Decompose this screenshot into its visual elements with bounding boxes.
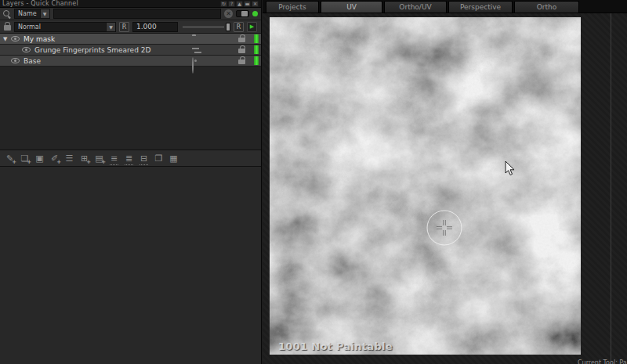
- layer-row-my-mask[interactable]: ▼ My mask: [0, 34, 261, 45]
- blend-controls-row: Normal ▼ R 1.000 R ▶: [0, 20, 261, 34]
- add-channel-layer-icon[interactable]: ❏+: [18, 152, 31, 165]
- lock-icon[interactable]: [238, 38, 245, 42]
- filter-field-label: Name: [15, 10, 40, 17]
- expand-arrow-icon[interactable]: ▼: [3, 36, 11, 42]
- tab-perspective[interactable]: Perspective: [448, 1, 513, 13]
- layer-stack-view-icon[interactable]: ≣: [122, 152, 136, 165]
- application-window: Layers - Quick Channel ↻ ? ▲ ▬ ✕ Name ▼ …: [0, 0, 627, 364]
- reset-amount-button[interactable]: R: [234, 22, 244, 32]
- layer-label: Grunge Fingerprints Smeared 2D: [34, 46, 150, 54]
- filter-toggle[interactable]: [236, 10, 249, 17]
- palette-titlebar-buttons: ↻ ? ▲ ▬ ✕: [220, 1, 259, 7]
- slider-track: [183, 27, 224, 27]
- ready-indicator-dot: [252, 11, 258, 16]
- clear-filter-icon[interactable]: ✕: [224, 9, 233, 18]
- layer-label: My mask: [24, 35, 55, 43]
- layers-palette: Layers - Quick Channel ↻ ? ▲ ▬ ✕ Name ▼ …: [0, 0, 262, 364]
- layer-row-grunge-fingerprints[interactable]: Grunge Fingerprints Smeared 2D: [0, 45, 261, 56]
- layer-filter-input[interactable]: [53, 9, 221, 19]
- viewport-tabbar: Projects UV Ortho/UV Perspective Ortho: [263, 0, 627, 13]
- chevron-down-icon: ▼: [40, 9, 49, 18]
- add-paint-layer-icon[interactable]: ✎+: [3, 152, 16, 165]
- pane-divider: [611, 13, 611, 364]
- collapse-icon[interactable]: ▲: [236, 1, 243, 7]
- tab-uv[interactable]: UV: [321, 1, 382, 13]
- tab-ortho[interactable]: Ortho: [514, 1, 579, 13]
- cache-status-strip: [254, 45, 259, 54]
- help-icon[interactable]: ?: [228, 1, 235, 7]
- search-icon: [3, 10, 11, 18]
- blend-lock-icon[interactable]: [4, 25, 11, 31]
- visibility-eye-icon[interactable]: [11, 36, 20, 41]
- remove-layer-icon[interactable]: ⊟: [137, 152, 150, 165]
- duplicate-layer-icon[interactable]: ❐: [152, 152, 165, 165]
- reset-blend-button[interactable]: R: [119, 22, 129, 32]
- filter-toggle-knob: [241, 11, 248, 16]
- layer-label: Base: [24, 57, 41, 65]
- cache-status-strip: [254, 56, 259, 65]
- tab-ortho-uv[interactable]: Ortho/UV: [384, 1, 447, 13]
- visibility-eye-icon[interactable]: [22, 47, 31, 52]
- palette-titlebar[interactable]: Layers - Quick Channel ↻ ? ▲ ▬ ✕: [0, 0, 261, 8]
- add-procedural-layer-icon[interactable]: ✐+: [48, 152, 61, 165]
- blend-amount-field[interactable]: 1.000: [132, 22, 178, 32]
- palette-title: Layers - Quick Channel: [2, 0, 78, 8]
- add-shared-layer-icon[interactable]: ▣: [33, 152, 46, 165]
- lock-icon[interactable]: [238, 59, 245, 64]
- layer-list: ▼ My mask Grunge Fingerprints Smeared 2D…: [0, 34, 261, 150]
- grunge-texture: [270, 17, 581, 355]
- layer-toolbar: ✎+ ❏+ ▣ ✐+ ☰ ⊞+ ▤+ ≡ ≣ ⊟ ❐ ▦: [0, 150, 261, 167]
- uv-tile-1001[interactable]: 1001 Not Paintable: [270, 17, 581, 355]
- chevron-down-icon: ▼: [106, 23, 115, 31]
- add-group-layer-icon[interactable]: ▤+: [92, 152, 106, 165]
- sync-icon[interactable]: ↻: [220, 1, 227, 7]
- add-graph-layer-icon[interactable]: ⊞+: [78, 152, 91, 165]
- blend-amount-slider[interactable]: [181, 22, 230, 32]
- visibility-eye-icon[interactable]: [11, 58, 20, 63]
- layer-row-base[interactable]: Base: [0, 56, 261, 67]
- close-icon[interactable]: ✕: [252, 1, 259, 7]
- blend-mode-value: Normal: [15, 23, 106, 31]
- add-adjustment-layer-icon[interactable]: ☰: [63, 152, 76, 165]
- current-tool-status: Current Tool: Paint: [578, 359, 627, 364]
- cache-status-strip: [254, 34, 259, 43]
- tab-projects[interactable]: Projects: [266, 1, 319, 13]
- paint-layer-icon: [192, 58, 194, 73]
- blend-mode-select[interactable]: Normal ▼: [14, 22, 116, 32]
- palette-empty-area: [0, 167, 261, 364]
- viewport: Projects UV Ortho/UV Perspective Ortho: [263, 0, 627, 364]
- apply-button[interactable]: ▶: [247, 22, 257, 32]
- uv-canvas[interactable]: 1001 Not Paintable Current Tool: Paint: [263, 13, 627, 364]
- minimize-icon[interactable]: ▬: [244, 1, 251, 7]
- layer-grid-view-icon[interactable]: ▦: [167, 152, 180, 165]
- filter-field-dropdown[interactable]: Name ▼: [14, 9, 50, 19]
- tile-status-label: 1001 Not Paintable: [278, 341, 393, 352]
- layer-filter-row: Name ▼ ✕: [0, 8, 261, 20]
- merge-layers-icon[interactable]: ≡: [107, 152, 121, 165]
- lock-icon[interactable]: [238, 49, 245, 53]
- slider-handle[interactable]: [226, 23, 230, 31]
